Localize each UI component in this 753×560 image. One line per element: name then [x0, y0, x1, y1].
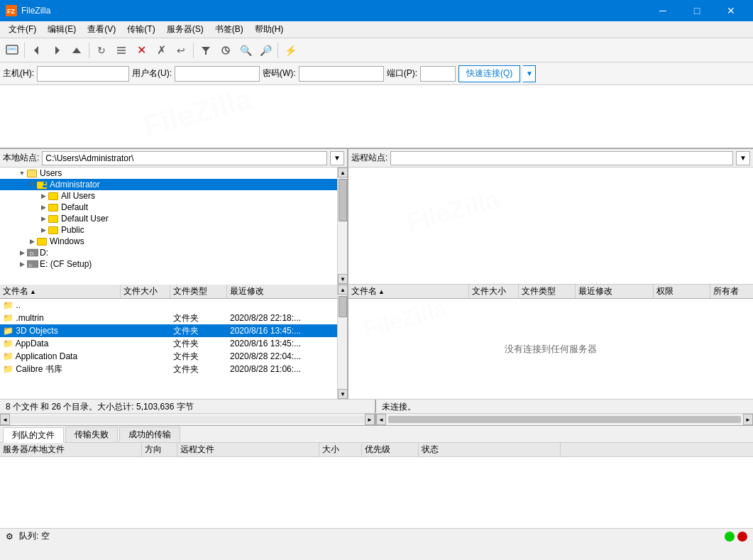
search-btn[interactable]: 🔍 — [236, 41, 255, 60]
tree-item[interactable]: ▶ Default — [0, 202, 337, 213]
remote-path-input[interactable] — [390, 151, 733, 165]
tree-item[interactable]: ▶ D: D: — [0, 247, 337, 258]
tree-scrollbar[interactable]: ▲ ▼ — [337, 168, 347, 284]
transfer-col-priority[interactable]: 优先级 — [362, 443, 419, 456]
file-row[interactable]: 📁 .. — [0, 299, 337, 312]
local-path-input[interactable] — [42, 151, 327, 165]
back-btn[interactable] — [28, 41, 46, 60]
menu-file[interactable]: 文件(F) — [3, 22, 42, 38]
folder-icon — [48, 202, 60, 212]
disconnect-btn[interactable]: ✗ — [152, 41, 170, 60]
scroll-thumb[interactable] — [339, 179, 347, 221]
scroll-down-btn[interactable]: ▼ — [338, 274, 348, 284]
tree-expand-icon[interactable]: ▶ — [38, 226, 48, 234]
remote-path-dropdown[interactable]: ▼ — [736, 151, 750, 165]
tree-expand-icon[interactable]: ▶ — [27, 238, 37, 245]
remote-col-size[interactable]: 文件大小 — [469, 285, 519, 298]
col-size-header[interactable]: 文件大小 — [121, 285, 170, 298]
transfer-header: 服务器/本地文件 方向 远程文件 大小 优先级 状态 — [0, 443, 753, 457]
remote-hscroll: ◄ ► — [376, 414, 753, 425]
transfer-col-server[interactable]: 服务器/本地文件 — [0, 443, 142, 456]
tree-item[interactable]: ▶ Windows — [0, 236, 337, 247]
tree-item[interactable]: ▼ Administrator — [0, 179, 337, 190]
col-type-header[interactable]: 文件类型 — [170, 285, 227, 298]
tree-item[interactable]: ▼ Users — [0, 168, 337, 179]
quick-connect-dropdown[interactable]: ▼ — [523, 65, 536, 82]
hscroll-bar[interactable] — [388, 416, 741, 423]
drive-icon: D: — [27, 248, 38, 258]
svg-marker-8 — [72, 48, 81, 53]
find-btn[interactable]: 🔎 — [256, 41, 275, 60]
tree-expand-icon[interactable]: ▼ — [17, 170, 27, 177]
reconnect-btn[interactable]: ↩ — [172, 41, 190, 60]
sync-browse-btn[interactable] — [216, 41, 235, 60]
toggle-btn[interactable] — [112, 41, 131, 60]
transfer-col-remote[interactable]: 远程文件 — [177, 443, 319, 456]
refresh-btn[interactable]: ↻ — [92, 41, 111, 60]
tree-item[interactable]: ▶ E: E: (CF Setup) — [0, 258, 337, 270]
local-panel: 本地站点: ▼ ▼ Users ▼ — [0, 149, 348, 399]
remote-col-owner[interactable]: 所有者 — [710, 285, 753, 298]
transfer-col-direction[interactable]: 方向 — [142, 443, 177, 456]
tree-expand-icon[interactable]: ▶ — [38, 192, 48, 199]
transfer-col-status[interactable]: 状态 — [419, 443, 561, 456]
remote-col-name[interactable]: 文件名 ▲ — [348, 285, 469, 298]
tree-expand-icon[interactable]: ▶ — [38, 204, 48, 211]
file-row[interactable]: 📁 AppData 文件夹 2020/8/16 13:45:... — [0, 337, 337, 350]
scroll-up-btn[interactable]: ▲ — [338, 285, 347, 295]
transfer-col-size[interactable]: 大小 — [319, 443, 362, 456]
hscroll-left-btn[interactable]: ◄ — [376, 414, 386, 425]
scroll-up-btn[interactable]: ▲ — [338, 168, 348, 177]
file-list-scrollbar[interactable]: ▲ ▼ — [337, 285, 347, 399]
tree-expand-icon[interactable]: ▶ — [17, 260, 27, 268]
col-name-header[interactable]: 文件名 ▲ — [0, 285, 121, 298]
tree-expand-icon[interactable]: ▼ — [27, 181, 37, 188]
tree-item[interactable]: ▶ Public — [0, 224, 337, 236]
local-tree[interactable]: ▼ Users ▼ Administrator ▶ — [0, 168, 337, 288]
cancel-btn[interactable]: ✕ — [132, 41, 150, 60]
file-row[interactable]: 📁 3D Objects 文件夹 2020/8/16 13:45:... — [0, 324, 337, 337]
remote-col-modified[interactable]: 最近修改 — [576, 285, 654, 298]
menu-server[interactable]: 服务器(S) — [161, 22, 209, 38]
menu-edit[interactable]: 编辑(E) — [42, 22, 82, 38]
tree-expand-icon[interactable]: ▶ — [38, 215, 48, 222]
remote-file-body: FileZilla 没有连接到任何服务器 — [348, 299, 753, 399]
maximize-button[interactable]: □ — [681, 0, 713, 21]
site-manager-btn[interactable] — [3, 41, 21, 60]
menu-help[interactable]: 帮助(H) — [249, 22, 290, 38]
menu-transfer[interactable]: 传输(T) — [121, 22, 160, 38]
filter-btn[interactable] — [197, 41, 215, 60]
port-input[interactable] — [420, 66, 456, 82]
tree-item[interactable]: ▶ All Users — [0, 190, 337, 202]
fwd-btn[interactable] — [48, 41, 66, 60]
close-button[interactable]: ✕ — [715, 0, 747, 21]
menu-view[interactable]: 查看(V) — [82, 22, 121, 38]
col-modified-header[interactable]: 最近修改 — [227, 285, 312, 298]
host-input[interactable] — [37, 66, 129, 82]
file-row[interactable]: 📁 Application Data 文件夹 2020/8/28 22:04:.… — [0, 350, 337, 363]
scroll-down-btn[interactable]: ▼ — [338, 389, 347, 399]
local-path-dropdown[interactable]: ▼ — [330, 151, 344, 165]
file-row[interactable]: 📁 .multrin 文件夹 2020/8/28 22:18:... — [0, 312, 337, 324]
tree-item[interactable]: ▶ Default User — [0, 213, 337, 224]
minimize-button[interactable]: ─ — [647, 0, 679, 21]
hscroll-left-btn[interactable]: ◄ — [0, 414, 10, 425]
hscroll-right-btn[interactable]: ► — [365, 414, 375, 425]
scroll-thumb[interactable] — [339, 296, 347, 317]
local-file-list-body[interactable]: 📁 .. 📁 .multrin 文件夹 2020/8/28 22:18: — [0, 299, 337, 399]
watermark: FileZilla — [139, 85, 255, 143]
up-btn[interactable] — [67, 41, 86, 60]
speed-limit-btn[interactable]: ⚡ — [281, 41, 299, 60]
remote-col-perms[interactable]: 权限 — [654, 285, 710, 298]
hscroll-right-btn[interactable]: ► — [743, 414, 753, 425]
tab-failed-transfers[interactable]: 传输失败 — [65, 427, 118, 442]
quick-connect-button[interactable]: 快速连接(Q) — [458, 65, 520, 82]
pass-input[interactable] — [299, 66, 384, 82]
remote-col-type[interactable]: 文件类型 — [519, 285, 576, 298]
tab-successful-transfers[interactable]: 成功的传输 — [119, 427, 180, 442]
user-input[interactable] — [175, 66, 260, 82]
menu-bookmarks[interactable]: 书签(B) — [209, 22, 249, 38]
tab-queued-files[interactable]: 列队的文件 — [3, 427, 64, 443]
file-row[interactable]: 📁 Calibre 书库 文件夹 2020/8/28 21:06:... — [0, 363, 337, 375]
tree-expand-icon[interactable]: ▶ — [17, 249, 27, 256]
